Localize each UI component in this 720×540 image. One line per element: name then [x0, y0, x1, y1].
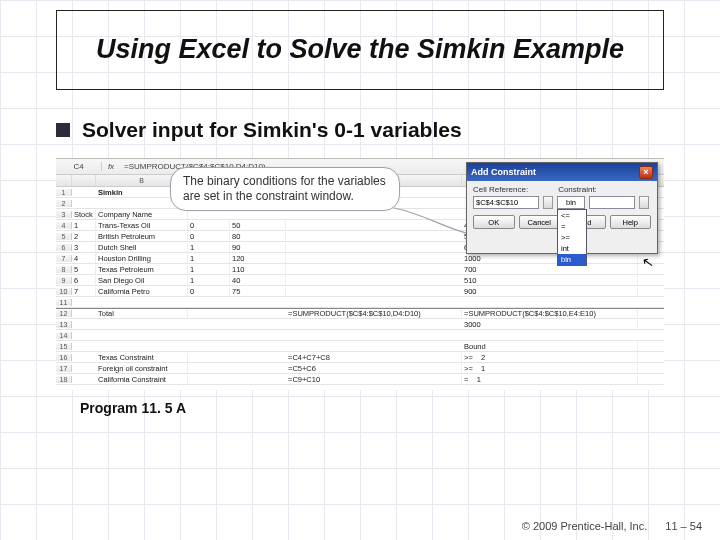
row-number[interactable]: 2 [56, 200, 72, 207]
range-picker-icon[interactable] [543, 196, 553, 209]
col-header-A[interactable] [72, 175, 96, 186]
name-box[interactable]: C4 [56, 162, 102, 171]
cell[interactable]: =C4+C7+C8 [286, 353, 462, 362]
cancel-button[interactable]: Cancel [519, 215, 561, 229]
dialog-titlebar[interactable]: Add Constraint × [467, 163, 657, 181]
row-number[interactable]: 1 [56, 189, 72, 196]
cell[interactable]: 510 [462, 276, 638, 285]
cell[interactable]: 1 [188, 265, 230, 274]
cell[interactable]: 120 [230, 254, 286, 263]
table-row[interactable]: 12Total=SUMPRODUCT($C$4:$C$10,D4:D10)=SU… [56, 308, 664, 319]
select-all-corner[interactable] [56, 175, 72, 186]
operator-select[interactable]: bin <= = >= int bin [557, 196, 585, 209]
cell[interactable]: 75 [230, 287, 286, 296]
cell[interactable]: =SUMPRODUCT($C$4:$C$10,E4:E10) [462, 309, 638, 318]
row-number[interactable]: 18 [56, 376, 72, 383]
table-row[interactable]: 18California Constraint=C9+C10= 1 [56, 374, 664, 385]
cell[interactable]: 50 [230, 221, 286, 230]
cell[interactable]: Texas Constraint [96, 353, 188, 362]
cell[interactable]: =C5+C6 [286, 364, 462, 373]
cell[interactable]: >= 1 [462, 364, 638, 373]
row-number[interactable]: 5 [56, 233, 72, 240]
cell[interactable]: 900 [462, 287, 638, 296]
cell[interactable]: 80 [230, 232, 286, 241]
op-bin[interactable]: bin [558, 254, 586, 265]
cell[interactable]: 7 [72, 287, 96, 296]
cell[interactable]: 5 [72, 265, 96, 274]
constraint-input[interactable] [589, 196, 635, 209]
cell[interactable]: 1 [188, 243, 230, 252]
cell[interactable]: 0 [188, 287, 230, 296]
row-number[interactable]: 7 [56, 255, 72, 262]
table-row[interactable]: 107California Petro075900 [56, 286, 664, 297]
table-row[interactable]: 11 [56, 297, 664, 308]
row-number[interactable]: 9 [56, 277, 72, 284]
bullet-text: Solver input for Simkin's 0-1 variables [82, 118, 462, 142]
cell[interactable]: Houston Drilling [96, 254, 188, 263]
cell[interactable]: 3000 [462, 320, 638, 329]
cell[interactable]: Bound [462, 342, 638, 351]
cell[interactable]: 90 [230, 243, 286, 252]
row-number[interactable]: 10 [56, 288, 72, 295]
fx-icon[interactable]: fx [102, 162, 120, 171]
cell[interactable]: >= 2 [462, 353, 638, 362]
op-ge[interactable]: >= [558, 232, 586, 243]
cell[interactable]: Dutch Shell [96, 243, 188, 252]
cell[interactable]: Total [96, 309, 188, 318]
row-number[interactable]: 6 [56, 244, 72, 251]
op-eq[interactable]: = [558, 221, 586, 232]
cell[interactable]: 2 [72, 232, 96, 241]
op-le[interactable]: <= [558, 210, 586, 221]
row-number[interactable]: 12 [56, 310, 72, 317]
slide: Using Excel to Solve the Simkin Example … [0, 0, 720, 540]
cell[interactable]: San Diego Oil [96, 276, 188, 285]
cell[interactable]: California Constraint [96, 375, 188, 384]
table-row[interactable]: 17Foreign oil constraint=C5+C6>= 1 [56, 363, 664, 374]
slide-title: Using Excel to Solve the Simkin Example [96, 34, 624, 65]
cell[interactable]: 0 [188, 221, 230, 230]
ok-button[interactable]: OK [473, 215, 515, 229]
row-number[interactable]: 8 [56, 266, 72, 273]
cell[interactable]: 6 [72, 276, 96, 285]
row-number[interactable]: 14 [56, 332, 72, 339]
row-number[interactable]: 17 [56, 365, 72, 372]
row-number[interactable]: 13 [56, 321, 72, 328]
cell[interactable]: 1 [188, 254, 230, 263]
table-row[interactable]: 15Bound [56, 341, 664, 352]
cell[interactable]: =C9+C10 [286, 375, 462, 384]
cell[interactable]: 1000 [462, 254, 638, 263]
cell[interactable]: 1 [188, 276, 230, 285]
cell[interactable]: 1 [72, 221, 96, 230]
row-number[interactable]: 11 [56, 299, 72, 306]
row-number[interactable]: 4 [56, 222, 72, 229]
cell[interactable]: Trans-Texas Oil [96, 221, 188, 230]
table-row[interactable]: 96San Diego Oil140510 [56, 275, 664, 286]
cell[interactable]: 110 [230, 265, 286, 274]
cell[interactable]: Texas Petroleum [96, 265, 188, 274]
cell[interactable]: Stock [72, 210, 96, 219]
row-number[interactable]: 15 [56, 343, 72, 350]
cell[interactable]: British Petroleum [96, 232, 188, 241]
table-row[interactable]: 14 [56, 330, 664, 341]
cell[interactable]: 700 [462, 265, 638, 274]
cell[interactable]: Foreign oil constraint [96, 364, 188, 373]
table-row[interactable]: 16Texas Constraint=C4+C7+C8>= 2 [56, 352, 664, 363]
cell[interactable]: Company Name [96, 210, 188, 219]
range-picker-icon-2[interactable] [639, 196, 649, 209]
cell[interactable]: = 1 [462, 375, 638, 384]
cell[interactable]: 3 [72, 243, 96, 252]
close-icon[interactable]: × [639, 166, 653, 179]
cell[interactable]: 40 [230, 276, 286, 285]
cell[interactable]: 4 [72, 254, 96, 263]
row-number[interactable]: 16 [56, 354, 72, 361]
cell[interactable]: California Petro [96, 287, 188, 296]
table-row[interactable]: 133000 [56, 319, 664, 330]
op-int[interactable]: int [558, 243, 586, 254]
help-button[interactable]: Help [610, 215, 652, 229]
row-number[interactable]: 3 [56, 211, 72, 218]
callout-tail [394, 208, 456, 210]
cell[interactable]: 0 [188, 232, 230, 241]
operator-dropdown[interactable]: <= = >= int bin [557, 209, 587, 266]
cell[interactable]: =SUMPRODUCT($C$4:$C$10,D4:D10) [286, 309, 462, 318]
cell-reference-input[interactable]: $C$4:$C$10 [473, 196, 539, 209]
